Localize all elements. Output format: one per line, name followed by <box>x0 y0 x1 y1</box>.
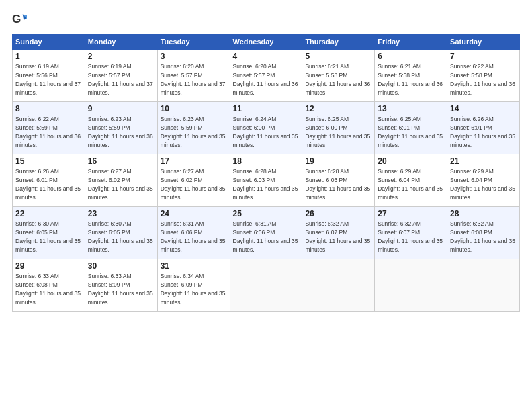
day-detail: Sunrise: 6:31 AMSunset: 6:06 PMDaylight:… <box>161 220 226 253</box>
calendar-cell: 19 Sunrise: 6:28 AMSunset: 6:03 PMDaylig… <box>302 154 375 207</box>
calendar-cell: 18 Sunrise: 6:28 AMSunset: 6:03 PMDaylig… <box>230 154 302 207</box>
calendar-cell: 20 Sunrise: 6:29 AMSunset: 6:04 PMDaylig… <box>375 154 447 207</box>
calendar-cell: 13 Sunrise: 6:25 AMSunset: 6:01 PMDaylig… <box>375 102 447 154</box>
day-detail: Sunrise: 6:25 AMSunset: 6:01 PMDaylight:… <box>378 116 443 148</box>
day-detail: Sunrise: 6:26 AMSunset: 6:01 PMDaylight:… <box>450 116 515 148</box>
day-detail: Sunrise: 6:26 AMSunset: 6:01 PMDaylight:… <box>15 168 81 201</box>
calendar-cell: 5 Sunrise: 6:21 AMSunset: 5:58 PMDayligh… <box>302 50 375 102</box>
calendar-week-row: 1 Sunrise: 6:19 AMSunset: 5:56 PMDayligh… <box>13 50 520 102</box>
day-detail: Sunrise: 6:33 AMSunset: 6:09 PMDaylight:… <box>88 273 153 306</box>
weekday-header-wednesday: Wednesday <box>230 34 302 50</box>
calendar-cell: 8 Sunrise: 6:22 AMSunset: 5:59 PMDayligh… <box>13 102 85 154</box>
day-number: 21 <box>450 156 517 166</box>
day-detail: Sunrise: 6:34 AMSunset: 6:09 PMDaylight:… <box>161 273 226 306</box>
day-detail: Sunrise: 6:27 AMSunset: 6:02 PMDaylight:… <box>161 168 226 201</box>
calendar-cell: 7 Sunrise: 6:22 AMSunset: 5:58 PMDayligh… <box>447 50 520 102</box>
day-number: 28 <box>450 209 517 218</box>
day-number: 9 <box>88 104 154 113</box>
weekday-header-saturday: Saturday <box>447 34 520 50</box>
day-number: 25 <box>233 209 300 218</box>
calendar-cell: 25 Sunrise: 6:31 AMSunset: 6:06 PMDaylig… <box>230 207 302 259</box>
day-number: 27 <box>378 209 444 218</box>
day-detail: Sunrise: 6:27 AMSunset: 6:02 PMDaylight:… <box>88 168 153 201</box>
day-number: 19 <box>305 156 371 166</box>
calendar-cell: 1 Sunrise: 6:19 AMSunset: 5:56 PMDayligh… <box>13 50 85 102</box>
day-number: 30 <box>88 261 154 271</box>
logo: G <box>12 12 28 27</box>
day-number: 23 <box>88 209 154 218</box>
page: G SundayMondayTuesdayWednesdayThursdayFr… <box>0 0 532 411</box>
day-number: 8 <box>15 104 82 113</box>
day-number: 29 <box>15 261 82 271</box>
day-detail: Sunrise: 6:23 AMSunset: 5:59 PMDaylight:… <box>88 116 153 148</box>
calendar-cell: 12 Sunrise: 6:25 AMSunset: 6:00 PMDaylig… <box>302 102 375 154</box>
day-number: 18 <box>233 156 300 166</box>
calendar-cell: 24 Sunrise: 6:31 AMSunset: 6:06 PMDaylig… <box>157 207 230 259</box>
calendar-cell: 14 Sunrise: 6:26 AMSunset: 6:01 PMDaylig… <box>447 102 520 154</box>
day-detail: Sunrise: 6:21 AMSunset: 5:58 PMDaylight:… <box>378 63 443 96</box>
day-number: 7 <box>450 52 517 61</box>
day-detail: Sunrise: 6:32 AMSunset: 6:08 PMDaylight:… <box>450 220 515 253</box>
logo-area: G <box>12 12 28 27</box>
calendar-week-row: 22 Sunrise: 6:30 AMSunset: 6:05 PMDaylig… <box>13 207 520 259</box>
day-detail: Sunrise: 6:30 AMSunset: 6:05 PMDaylight:… <box>15 220 81 253</box>
calendar-cell: 29 Sunrise: 6:33 AMSunset: 6:08 PMDaylig… <box>13 259 85 312</box>
day-detail: Sunrise: 6:32 AMSunset: 6:07 PMDaylight:… <box>378 220 443 253</box>
calendar-cell: 2 Sunrise: 6:19 AMSunset: 5:57 PMDayligh… <box>85 50 157 102</box>
header: G <box>12 12 520 27</box>
day-number: 14 <box>450 104 517 113</box>
day-number: 1 <box>15 52 82 61</box>
day-detail: Sunrise: 6:22 AMSunset: 5:59 PMDaylight:… <box>15 116 81 148</box>
weekday-header-tuesday: Tuesday <box>157 34 230 50</box>
calendar-cell: 16 Sunrise: 6:27 AMSunset: 6:02 PMDaylig… <box>85 154 157 207</box>
weekday-header-row: SundayMondayTuesdayWednesdayThursdayFrid… <box>13 34 520 50</box>
day-detail: Sunrise: 6:31 AMSunset: 6:06 PMDaylight:… <box>233 220 298 253</box>
calendar-cell: 28 Sunrise: 6:32 AMSunset: 6:08 PMDaylig… <box>447 207 520 259</box>
day-detail: Sunrise: 6:23 AMSunset: 5:59 PMDaylight:… <box>161 116 226 148</box>
calendar-cell: 30 Sunrise: 6:33 AMSunset: 6:09 PMDaylig… <box>85 259 157 312</box>
day-detail: Sunrise: 6:29 AMSunset: 6:04 PMDaylight:… <box>378 168 443 201</box>
weekday-header-friday: Friday <box>375 34 447 50</box>
day-number: 13 <box>378 104 444 113</box>
calendar-cell: 11 Sunrise: 6:24 AMSunset: 6:00 PMDaylig… <box>230 102 302 154</box>
calendar-cell: 23 Sunrise: 6:30 AMSunset: 6:05 PMDaylig… <box>85 207 157 259</box>
day-detail: Sunrise: 6:25 AMSunset: 6:00 PMDaylight:… <box>305 116 370 148</box>
day-number: 31 <box>161 261 227 271</box>
day-number: 12 <box>305 104 371 113</box>
day-number: 5 <box>305 52 371 61</box>
calendar-cell: 9 Sunrise: 6:23 AMSunset: 5:59 PMDayligh… <box>85 102 157 154</box>
calendar-cell: 21 Sunrise: 6:29 AMSunset: 6:04 PMDaylig… <box>447 154 520 207</box>
weekday-header-sunday: Sunday <box>13 34 85 50</box>
day-detail: Sunrise: 6:20 AMSunset: 5:57 PMDaylight:… <box>161 63 226 96</box>
day-detail: Sunrise: 6:30 AMSunset: 6:05 PMDaylight:… <box>88 220 153 253</box>
day-detail: Sunrise: 6:20 AMSunset: 5:57 PMDaylight:… <box>233 63 298 96</box>
weekday-header-thursday: Thursday <box>302 34 375 50</box>
day-detail: Sunrise: 6:28 AMSunset: 6:03 PMDaylight:… <box>305 168 370 201</box>
day-detail: Sunrise: 6:19 AMSunset: 5:56 PMDaylight:… <box>15 63 81 96</box>
calendar-cell <box>375 259 447 312</box>
calendar-cell: 10 Sunrise: 6:23 AMSunset: 5:59 PMDaylig… <box>157 102 230 154</box>
day-number: 2 <box>88 52 154 61</box>
day-detail: Sunrise: 6:28 AMSunset: 6:03 PMDaylight:… <box>233 168 298 201</box>
calendar-cell <box>302 259 375 312</box>
calendar-cell: 17 Sunrise: 6:27 AMSunset: 6:02 PMDaylig… <box>157 154 230 207</box>
day-number: 11 <box>233 104 300 113</box>
calendar-cell: 6 Sunrise: 6:21 AMSunset: 5:58 PMDayligh… <box>375 50 447 102</box>
calendar-week-row: 8 Sunrise: 6:22 AMSunset: 5:59 PMDayligh… <box>13 102 520 154</box>
calendar-week-row: 29 Sunrise: 6:33 AMSunset: 6:08 PMDaylig… <box>13 259 520 312</box>
svg-text:G: G <box>12 12 21 26</box>
calendar-cell <box>447 259 520 312</box>
day-number: 3 <box>161 52 227 61</box>
day-number: 15 <box>15 156 82 166</box>
day-number: 6 <box>378 52 444 61</box>
day-number: 26 <box>305 209 371 218</box>
calendar-week-row: 15 Sunrise: 6:26 AMSunset: 6:01 PMDaylig… <box>13 154 520 207</box>
calendar-cell: 3 Sunrise: 6:20 AMSunset: 5:57 PMDayligh… <box>157 50 230 102</box>
day-detail: Sunrise: 6:21 AMSunset: 5:58 PMDaylight:… <box>305 63 370 96</box>
day-number: 4 <box>233 52 300 61</box>
day-detail: Sunrise: 6:32 AMSunset: 6:07 PMDaylight:… <box>305 220 370 253</box>
day-number: 24 <box>161 209 227 218</box>
day-detail: Sunrise: 6:22 AMSunset: 5:58 PMDaylight:… <box>450 63 515 96</box>
day-detail: Sunrise: 6:33 AMSunset: 6:08 PMDaylight:… <box>15 273 81 306</box>
day-number: 22 <box>15 209 82 218</box>
